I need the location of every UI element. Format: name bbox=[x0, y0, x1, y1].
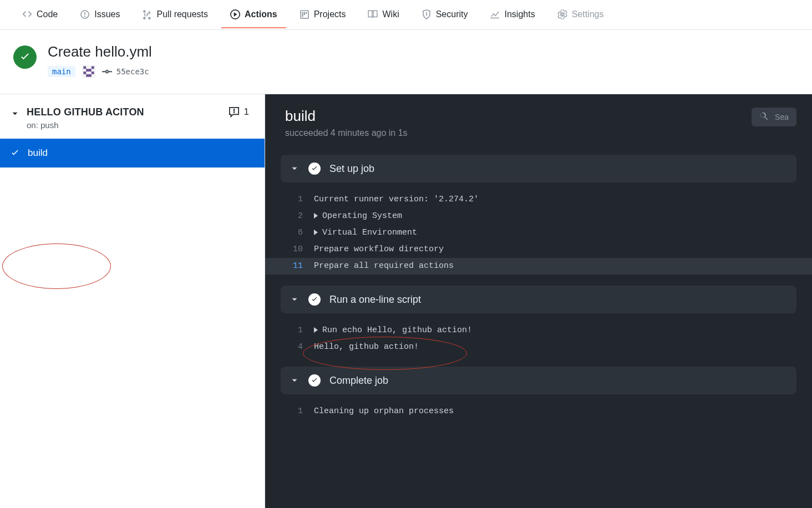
expand-triangle-icon[interactable] bbox=[314, 327, 318, 333]
annotation-count: 1 bbox=[244, 106, 249, 118]
tab-issues[interactable]: Issues bbox=[71, 2, 129, 28]
line-text: Current runner version: '2.274.2' bbox=[314, 191, 479, 208]
log-line[interactable]: 10Prepare workflow directory bbox=[265, 241, 812, 258]
sidebar-job-build[interactable]: build bbox=[0, 139, 265, 167]
log-line[interactable]: 1Cleaning up orphan processes bbox=[265, 403, 812, 420]
workflow-header: HELLO GITHUB ACITON on: push 1 bbox=[0, 94, 265, 139]
line-text: Prepare workflow directory bbox=[314, 241, 444, 258]
log-line[interactable]: 4Hello, github action! bbox=[265, 339, 812, 355]
svg-rect-5 bbox=[92, 72, 94, 74]
shield-icon bbox=[422, 9, 432, 19]
line-text: Run echo Hello, github action! bbox=[322, 326, 472, 335]
tab-projects[interactable]: Projects bbox=[291, 2, 355, 28]
run-header: Create hello.yml main 55ece3c bbox=[0, 30, 812, 94]
tab-code[interactable]: Code bbox=[13, 2, 67, 28]
svg-rect-4 bbox=[83, 72, 86, 74]
step-setup-job[interactable]: Set up job bbox=[281, 155, 796, 182]
chevron-down-icon bbox=[290, 375, 300, 385]
pr-icon bbox=[143, 9, 153, 19]
svg-rect-6 bbox=[86, 74, 92, 77]
expand-triangle-icon[interactable] bbox=[314, 213, 318, 219]
line-text: Cleaning up orphan processes bbox=[314, 403, 454, 420]
run-title: Create hello.yml bbox=[48, 43, 152, 60]
log-pane: build succeeded 4 minutes ago in 1s Sea … bbox=[265, 94, 812, 508]
log-line[interactable]: 2Operating System bbox=[265, 208, 812, 225]
sidebar-job-label: build bbox=[28, 148, 48, 159]
svg-rect-3 bbox=[86, 69, 92, 72]
step-status-success-icon bbox=[308, 162, 321, 175]
line-number: 1 bbox=[281, 403, 314, 420]
workflow-name: HELLO GITHUB ACITON bbox=[27, 106, 144, 118]
line-number: 11 bbox=[281, 258, 314, 275]
line-number: 1 bbox=[281, 191, 314, 208]
tab-actions[interactable]: Actions bbox=[221, 2, 286, 28]
step-title: Set up job bbox=[329, 163, 374, 175]
annotation-highlight-ellipse bbox=[2, 243, 111, 289]
check-icon bbox=[10, 148, 20, 158]
step-complete-loglines: 1Cleaning up orphan processes bbox=[265, 398, 812, 425]
log-line[interactable]: 11Prepare all required actions bbox=[265, 258, 812, 275]
commit-icon bbox=[102, 68, 112, 75]
tab-pull-requests[interactable]: Pull requests bbox=[134, 2, 217, 28]
svg-rect-1 bbox=[83, 66, 86, 69]
tab-settings[interactable]: Settings bbox=[549, 2, 613, 28]
line-text: Hello, github action! bbox=[314, 339, 419, 355]
step-complete-job[interactable]: Complete job bbox=[281, 367, 796, 394]
gear-icon bbox=[557, 9, 567, 19]
tab-label: Settings bbox=[572, 9, 604, 19]
step-status-success-icon bbox=[308, 293, 321, 306]
expand-triangle-icon[interactable] bbox=[314, 230, 318, 235]
line-text: Prepare all required actions bbox=[314, 258, 454, 275]
tab-label: Projects bbox=[314, 9, 346, 19]
step-run-script[interactable]: Run a one-line script bbox=[281, 286, 796, 313]
run-meta: main 55ece3c bbox=[48, 65, 152, 78]
tab-wiki[interactable]: Wiki bbox=[359, 2, 408, 28]
workflow-sidebar: HELLO GITHUB ACITON on: push 1 build bbox=[0, 94, 265, 508]
book-icon bbox=[368, 9, 378, 19]
step-title: Run a one-line script bbox=[329, 294, 421, 306]
search-placeholder: Sea bbox=[775, 113, 789, 121]
svg-rect-2 bbox=[92, 66, 94, 69]
tab-insights[interactable]: Insights bbox=[481, 2, 544, 28]
graph-icon bbox=[490, 9, 500, 19]
tab-label: Actions bbox=[245, 9, 277, 19]
job-title: build bbox=[285, 108, 408, 125]
tab-label: Insights bbox=[504, 9, 535, 19]
line-number: 6 bbox=[281, 225, 314, 241]
annotation-icon bbox=[229, 106, 240, 118]
commit-sha: 55ece3c bbox=[116, 67, 149, 76]
project-icon bbox=[300, 9, 309, 19]
commit-link[interactable]: 55ece3c bbox=[102, 67, 149, 76]
step-status-success-icon bbox=[308, 374, 321, 387]
log-line[interactable]: 6Virtual Environment bbox=[265, 225, 812, 241]
repo-tabnav: Code Issues Pull requests Actions Projec… bbox=[0, 0, 812, 30]
log-line[interactable]: 1Current runner version: '2.274.2' bbox=[265, 191, 812, 208]
workflow-trigger: on: push bbox=[27, 120, 144, 130]
search-icon bbox=[759, 112, 769, 122]
branch-badge[interactable]: main bbox=[48, 66, 75, 77]
tab-label: Security bbox=[436, 9, 468, 19]
line-text: Virtual Environment bbox=[322, 228, 417, 237]
chevron-down-icon bbox=[290, 294, 300, 304]
line-number: 2 bbox=[281, 208, 314, 225]
step-setup-loglines: 1Current runner version: '2.274.2' 2Oper… bbox=[265, 186, 812, 280]
tab-label: Issues bbox=[94, 9, 120, 19]
tab-security[interactable]: Security bbox=[413, 2, 477, 28]
step-script-loglines: 1Run echo Hello, github action! 4Hello, … bbox=[265, 317, 812, 361]
chevron-down-icon bbox=[290, 164, 300, 174]
tab-label: Wiki bbox=[382, 9, 399, 19]
code-icon bbox=[22, 9, 32, 19]
annotation-badge[interactable]: 1 bbox=[229, 106, 249, 118]
line-number: 4 bbox=[281, 339, 314, 355]
issue-icon bbox=[80, 9, 90, 19]
tab-label: Code bbox=[37, 9, 58, 19]
play-icon bbox=[230, 9, 240, 19]
line-text: Operating System bbox=[322, 211, 402, 221]
job-subtitle: succeeded 4 minutes ago in 1s bbox=[285, 128, 408, 138]
chevron-down-icon[interactable] bbox=[10, 109, 20, 119]
tab-label: Pull requests bbox=[157, 9, 209, 19]
run-status-success-icon bbox=[13, 45, 37, 69]
avatar[interactable] bbox=[82, 65, 95, 78]
log-line[interactable]: 1Run echo Hello, github action! bbox=[265, 322, 812, 339]
log-search[interactable]: Sea bbox=[752, 108, 796, 126]
